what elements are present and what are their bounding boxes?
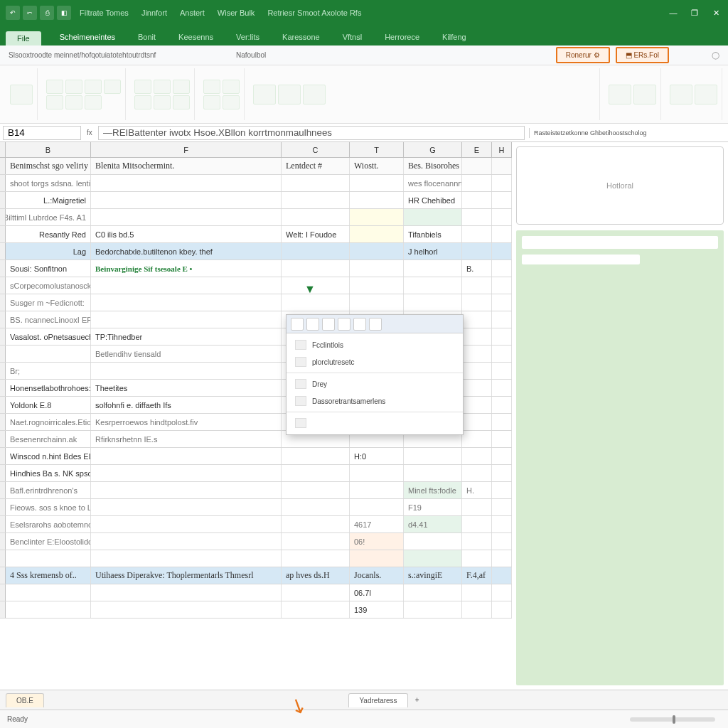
cell[interactable] — [462, 192, 492, 208]
ribbon-tab[interactable]: Karessone — [272, 28, 330, 46]
cell[interactable] — [462, 346, 492, 362]
style-button[interactable] — [303, 85, 326, 105]
cell[interactable] — [492, 294, 512, 311]
cell[interactable]: sCorpecomolustanosck — [6, 277, 91, 294]
cells-button[interactable] — [609, 85, 631, 105]
align-button[interactable] — [173, 80, 190, 94]
cell[interactable] — [91, 277, 282, 294]
cell[interactable]: Naet.rognoirricales.Etiones — [6, 414, 91, 430]
style-button[interactable] — [278, 85, 301, 105]
col-header[interactable]: G — [404, 142, 462, 157]
cell[interactable] — [91, 516, 282, 532]
cell[interactable]: Besenenrchainn.ak — [6, 431, 91, 447]
cell[interactable]: Sousi: Sonfitnon — [6, 260, 91, 277]
col-header[interactable]: C — [282, 142, 350, 157]
cell[interactable] — [282, 601, 350, 618]
font-button[interactable] — [46, 80, 63, 94]
cell[interactable]: 06! — [350, 533, 404, 550]
cell[interactable] — [282, 277, 350, 294]
cell[interactable] — [282, 192, 350, 208]
cell[interactable] — [404, 601, 462, 618]
cell[interactable] — [462, 601, 492, 618]
table-row[interactable]: Hindhies Ba s. NK spsoff — [0, 465, 512, 482]
cell[interactable] — [91, 533, 282, 550]
cell[interactable] — [91, 584, 282, 601]
ribbon-tab[interactable]: Vftnsl — [333, 28, 373, 46]
table-row[interactable]: Eselsrarohs aobotemno:s4617d4.41 — [0, 516, 512, 533]
cell[interactable] — [492, 516, 512, 532]
font-button[interactable] — [104, 80, 121, 94]
cell[interactable] — [91, 175, 282, 191]
number-button[interactable] — [223, 80, 240, 94]
cell[interactable] — [282, 533, 350, 550]
cell[interactable] — [350, 175, 404, 191]
cell[interactable] — [282, 516, 350, 532]
cell[interactable] — [404, 533, 462, 550]
menu-item[interactable]: Drey — [287, 375, 463, 392]
new-sheet-button[interactable]: + — [415, 696, 419, 704]
cell[interactable] — [462, 584, 492, 601]
cell[interactable] — [91, 482, 282, 498]
cell[interactable] — [492, 346, 512, 362]
cell[interactable] — [404, 465, 462, 481]
cell[interactable] — [91, 465, 282, 481]
cell[interactable] — [492, 431, 512, 447]
cell[interactable] — [492, 448, 512, 464]
cell[interactable]: wes flocenannrt — [404, 175, 462, 191]
cell[interactable]: TP:Tihnedber — [91, 328, 282, 345]
cell[interactable] — [350, 226, 404, 242]
cell[interactable]: solfohnfi e. diffaeth Ifs — [91, 397, 282, 413]
cell[interactable]: Blenita Mitsochermint. — [91, 158, 282, 174]
cell[interactable]: Tifanbiels — [404, 226, 462, 242]
cell[interactable] — [462, 516, 492, 532]
cell[interactable]: Benclinter E:Eloostolidotl — [6, 533, 91, 550]
cell[interactable] — [492, 499, 512, 515]
table-row[interactable]: 139 — [0, 601, 512, 619]
cell[interactable] — [492, 277, 512, 294]
menu-item[interactable] — [287, 414, 463, 432]
cell[interactable] — [462, 431, 492, 447]
cell[interactable]: Resantly Red — [6, 226, 91, 242]
cell[interactable] — [282, 482, 350, 498]
fx-icon[interactable]: fx — [81, 129, 98, 136]
cell[interactable] — [6, 584, 91, 601]
select-all-corner[interactable] — [0, 142, 6, 157]
cell[interactable] — [350, 243, 404, 259]
mini-color-icon[interactable] — [322, 318, 335, 331]
cell[interactable]: Yoldonk E.8 — [6, 397, 91, 413]
cell[interactable] — [350, 192, 404, 208]
cell[interactable]: F19 — [404, 499, 462, 515]
menu-item[interactable]: Dassoretrantsamerlens — [287, 392, 463, 410]
cell[interactable] — [492, 533, 512, 550]
cell[interactable]: Bafl.erintrdhrenon's — [6, 482, 91, 498]
paste-button[interactable] — [10, 85, 33, 105]
cell[interactable] — [462, 243, 492, 259]
sheet-tab[interactable]: Yadretaress — [348, 693, 407, 707]
cell[interactable] — [462, 397, 492, 413]
mini-italic-icon[interactable] — [306, 318, 319, 331]
cell[interactable]: Hindhies Ba s. NK spsoff — [6, 465, 91, 481]
cell[interactable] — [462, 533, 492, 550]
cell[interactable] — [492, 414, 512, 430]
cell[interactable]: 139 — [350, 601, 404, 618]
edit-button[interactable] — [695, 85, 717, 105]
cell[interactable] — [404, 294, 462, 311]
cell[interactable]: Vasalost. oPnetsasuechissinck — [6, 328, 91, 345]
zoom-slider[interactable] — [630, 717, 715, 722]
cell[interactable]: BS. ncannecLinooxI EP55d — [6, 311, 91, 328]
cell[interactable]: Betlendihv tiensald — [91, 346, 282, 362]
number-button[interactable] — [203, 95, 220, 109]
cell[interactable] — [91, 192, 282, 208]
cell[interactable]: Bilttiml Lubrdoe F4s. A1 — [6, 209, 91, 225]
edit-button[interactable] — [670, 85, 692, 105]
cell[interactable] — [462, 277, 492, 294]
cell[interactable] — [462, 465, 492, 481]
cell[interactable] — [350, 260, 404, 277]
name-box[interactable] — [3, 126, 81, 140]
cell[interactable] — [492, 175, 512, 191]
font-button[interactable] — [85, 80, 102, 94]
help-icon[interactable]: ◯ — [712, 51, 719, 59]
cell[interactable] — [492, 363, 512, 379]
cell[interactable] — [462, 448, 492, 464]
cell[interactable] — [282, 584, 350, 601]
